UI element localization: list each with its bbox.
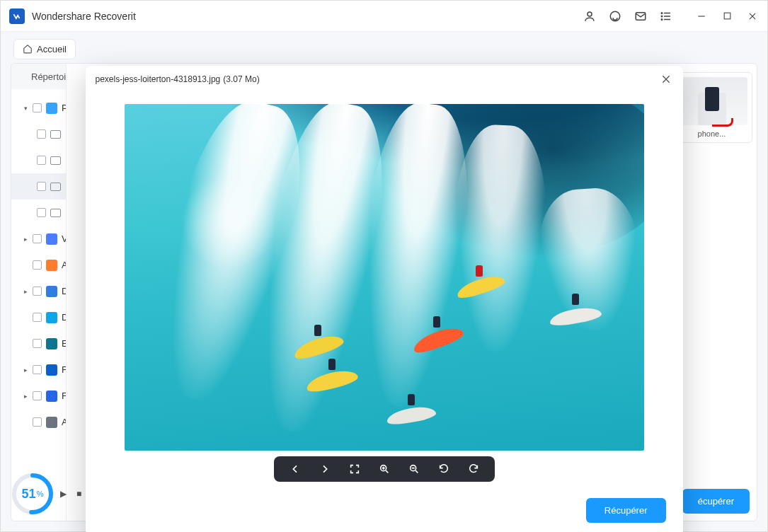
fullscreen-icon[interactable] [348,462,362,476]
list-icon[interactable] [660,10,672,23]
svg-rect-6 [724,13,730,19]
close-icon[interactable] [659,72,673,86]
modal-footer: Récupérer [86,485,683,532]
zoom-out-icon[interactable] [407,462,421,476]
modal-header: pexels-jess-loiterton-4318913.jpg (3.07 … [86,66,683,93]
prev-icon[interactable] [288,462,302,476]
app-logo [9,8,25,24]
titlebar-actions [583,10,759,23]
zoom-in-icon[interactable] [377,462,391,476]
preview-toolbar [274,456,495,482]
rotate-left-icon[interactable] [437,462,451,476]
minimize-icon[interactable] [695,10,708,23]
app-title: Wondershare Recoverit [32,11,583,22]
svg-point-4 [661,16,663,17]
next-icon[interactable] [318,462,332,476]
support-icon[interactable] [609,10,621,23]
svg-point-0 [588,12,592,16]
svg-point-5 [661,18,663,20]
mail-icon[interactable] [634,10,647,23]
preview-modal-backdrop: pexels-jess-loiterton-4318913.jpg (3.07 … [1,32,767,531]
preview-filename: pexels-jess-loiterton-4318913.jpg [96,74,221,84]
rotate-right-icon[interactable] [466,462,481,476]
preview-modal: pexels-jess-loiterton-4318913.jpg (3.07 … [86,66,683,532]
app-window: Wondershare Recoverit Accueil Répertoi [0,0,768,532]
recover-button[interactable]: Récupérer [586,498,666,523]
content: Accueil Répertoi ▾P ▸V ▸A ▸D ▸D ▸E ▸F [1,32,767,531]
preview-area [86,93,683,485]
titlebar: Wondershare Recoverit [1,1,767,32]
maximize-icon[interactable] [721,10,733,23]
preview-filesize: (3.07 Mo) [223,74,259,84]
svg-point-3 [661,12,663,13]
user-icon[interactable] [583,10,596,23]
preview-image [125,104,644,451]
close-window-icon[interactable] [746,10,759,23]
